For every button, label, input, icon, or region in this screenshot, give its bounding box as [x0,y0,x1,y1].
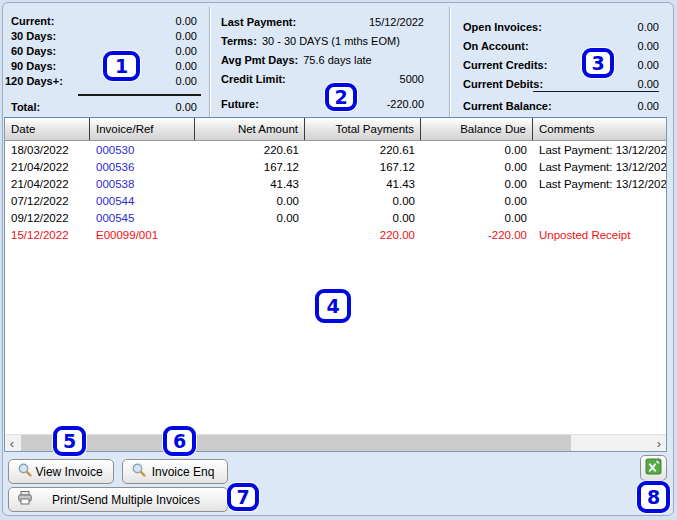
aging-row-30: 30 Days: 0.00 [11,28,197,43]
cell-balance-due: 0.00 [421,158,533,175]
invoice-ref-link[interactable]: 000530 [90,141,195,158]
current-balance-row: Current Balance: 0.00 [463,98,659,113]
invoice-ref-link[interactable]: E00099/001 [90,226,195,243]
aging-label: 120 Days+: [5,75,63,87]
future-label: Future: [221,98,259,110]
aging-label: 90 Days: [11,60,56,72]
aging-label: 30 Days: [11,30,56,42]
callout-5: 5 [53,426,86,456]
aging-total-value: 0.00 [176,101,197,113]
callout-1: 1 [103,51,140,81]
invoice-ref-link[interactable]: 000544 [90,192,195,209]
balance-value: 0.00 [638,21,659,33]
cell-date: 18/03/2022 [5,141,90,158]
print-send-multiple-invoices-button[interactable]: Print/Send Multiple Invoices [8,487,228,512]
table-row[interactable]: 21/04/2022 000536 167.12 167.12 0.00 Las… [5,158,666,175]
cell-comments [533,192,666,209]
aging-value: 0.00 [176,60,197,72]
cell-total-payments: 41.43 [305,175,421,192]
cell-total-payments: 167.12 [305,158,421,175]
last-payment-label: Last Payment: [221,16,296,28]
aging-total-rule [78,94,201,96]
future-value: -220.00 [387,98,424,110]
callout-7: 7 [227,483,259,511]
invoice-table: Date Invoice/Ref Net Amount Total Paymen… [4,117,667,452]
cell-net-amount: 0.00 [195,192,305,209]
invoice-enq-button[interactable]: Invoice Enq [122,459,228,484]
cell-date: 21/04/2022 [5,158,90,175]
cell-total-payments: 0.00 [305,209,421,226]
printer-icon [17,490,33,509]
credit-limit-value: 5000 [400,73,424,85]
cell-comments: Last Payment: 13/12/2022 [533,158,666,175]
cell-balance-due: 0.00 [421,175,533,192]
last-payment-value: 15/12/2022 [369,16,424,28]
cell-total-payments: 220.61 [305,141,421,158]
table-row[interactable]: 18/03/2022 000530 220.61 220.61 0.00 Las… [5,141,666,158]
terms-label: Terms: [221,35,257,47]
cell-date: 15/12/2022 [5,226,90,243]
cell-comments: Unposted Receipt [533,226,666,243]
table-row[interactable]: 21/04/2022 000538 41.43 41.43 0.00 Last … [5,175,666,192]
table-row[interactable]: 09/12/2022 000545 0.00 0.00 0.00 [5,209,666,226]
view-invoice-label: View Invoice [33,465,105,479]
cell-net-amount: 41.43 [195,175,305,192]
balance-label: Open Invoices: [463,21,542,33]
current-balance-label: Current Balance: [463,100,552,112]
excel-export-button[interactable] [640,455,667,481]
aging-value: 0.00 [176,45,197,57]
current-balance-value: 0.00 [638,100,659,112]
callout-2: 2 [325,83,357,111]
header-cell-net-amount[interactable]: Net Amount [195,118,305,140]
header-cell-total-payments[interactable]: Total Payments [305,118,421,140]
view-invoice-button[interactable]: View Invoice [8,459,114,484]
invoice-ref-link[interactable]: 000545 [90,209,195,226]
table-row-unposted-receipt[interactable]: 15/12/2022 E00099/001 220.00 -220.00 Unp… [5,226,666,243]
balance-total-rule [533,91,659,92]
aging-label: 60 Days: [11,45,56,57]
header-cell-date[interactable]: Date [5,118,90,140]
scroll-thumb[interactable] [21,435,571,452]
invoice-ref-link[interactable]: 000538 [90,175,195,192]
header-cell-balance-due[interactable]: Balance Due [421,118,533,140]
header-cell-invoice-ref[interactable]: Invoice/Ref [90,118,195,140]
cell-net-amount: 0.00 [195,209,305,226]
cell-comments [533,209,666,226]
horizontal-scrollbar[interactable]: ‹ › [5,434,666,451]
invoice-enq-label: Invoice Enq [147,465,219,479]
table-row[interactable]: 07/12/2022 000544 0.00 0.00 0.00 [5,192,666,209]
excel-export-icon [645,458,662,478]
future-row: Future: -220.00 [221,94,424,113]
search-icon [17,462,33,481]
on-account-row: On Account: 0.00 [463,36,659,55]
header-cell-comments[interactable]: Comments [533,118,666,140]
cell-date: 09/12/2022 [5,209,90,226]
cell-comments: Last Payment: 13/12/2022 [533,141,666,158]
invoice-ref-link[interactable]: 000536 [90,158,195,175]
aging-value: 0.00 [176,30,197,42]
aging-value: 0.00 [176,15,197,27]
aging-label: Current: [11,15,54,27]
cell-balance-due: -220.00 [421,226,533,243]
avg-pmt-value: 75.6 days late [303,54,372,66]
payment-info-panel: Last Payment: 15/12/2022 Terms: 30 - 30 … [221,12,424,113]
terms-value: 30 - 30 DAYS (1 mths EOM) [262,35,400,47]
avg-pmt-label: Avg Pmt Days: [221,54,298,66]
aging-total-label: Total: [11,101,40,113]
last-payment-row: Last Payment: 15/12/2022 [221,12,424,31]
cell-net-amount: 167.12 [195,158,305,175]
callout-3: 3 [582,48,614,78]
cell-balance-due: 0.00 [421,192,533,209]
balance-value: 0.00 [638,78,659,90]
cell-date: 07/12/2022 [5,192,90,209]
cell-balance-due: 0.00 [421,209,533,226]
scroll-right-icon[interactable]: › [652,435,666,452]
credit-limit-row: Credit Limit: 5000 [221,69,424,88]
scroll-left-icon[interactable]: ‹ [5,435,19,452]
balance-label: Current Debits: [463,78,543,90]
search-icon [131,462,147,481]
open-invoices-row: Open Invoices: 0.00 [463,17,659,36]
callout-4: 4 [315,289,351,323]
aging-total-row: Total: 0.00 [11,99,197,114]
cell-net-amount [195,226,305,243]
